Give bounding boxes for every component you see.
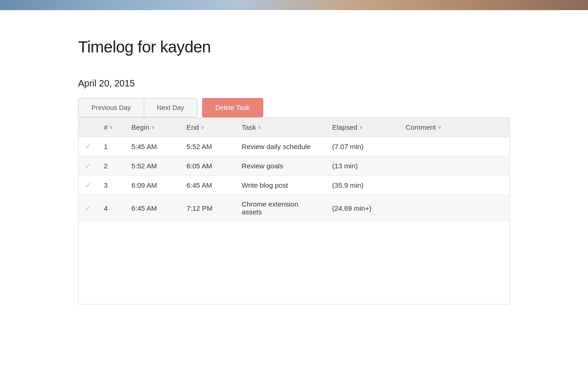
col-header-end[interactable]: End ∨ — [180, 118, 235, 137]
timelog-table: # ∨ Begin ∨ End ∨ — [79, 118, 509, 304]
row-checkbox[interactable]: ✓ — [79, 137, 97, 156]
row-elapsed: (35.9 min) — [326, 176, 399, 195]
row-end: 6:45 AM — [180, 176, 235, 195]
row-elapsed: (13 min) — [326, 156, 399, 176]
end-sort-icon: ∨ — [201, 124, 204, 130]
header-banner — [0, 0, 588, 10]
delete-task-button[interactable]: Delete Task — [202, 98, 263, 117]
next-day-button[interactable]: Next Day — [144, 98, 198, 117]
row-checkbox[interactable]: ✓ — [79, 176, 97, 195]
row-begin: 6:09 AM — [125, 176, 180, 195]
empty-row — [79, 221, 509, 304]
checkmark-icon: ✓ — [85, 143, 91, 150]
row-end: 5:52 AM — [180, 137, 235, 156]
row-task: Review goals — [235, 156, 326, 176]
page-content: Timelog for kayden April 20, 2015 Previo… — [41, 10, 547, 323]
row-comment — [399, 195, 509, 221]
previous-day-button[interactable]: Previous Day — [78, 98, 144, 117]
row-task: Write blog post — [235, 176, 326, 195]
row-elapsed: (24.69 min+) — [326, 195, 399, 221]
table-row[interactable]: ✓ 4 6:45 AM 7:12 PM Chrome extension ass… — [79, 195, 509, 221]
table-row[interactable]: ✓ 3 6:09 AM 6:45 AM Write blog post (35.… — [79, 176, 509, 195]
col-header-elapsed[interactable]: Elapsed ∨ — [326, 118, 399, 137]
row-elapsed: (7.07 min) — [326, 137, 399, 156]
begin-sort-icon: ∨ — [151, 124, 155, 130]
table-row[interactable]: ✓ 1 5:45 AM 5:52 AM Review daily schedul… — [79, 137, 509, 156]
row-begin: 5:45 AM — [125, 137, 180, 156]
row-checkbox[interactable]: ✓ — [79, 156, 97, 176]
col-header-num[interactable]: # ∨ — [97, 118, 125, 137]
page-title: Timelog for kayden — [78, 38, 510, 56]
checkmark-icon: ✓ — [85, 162, 91, 170]
row-end: 6:05 AM — [180, 156, 235, 176]
row-comment — [399, 156, 509, 176]
col-header-begin[interactable]: Begin ∨ — [125, 118, 180, 137]
comment-sort-icon: ∨ — [438, 124, 441, 130]
table-header-row: # ∨ Begin ∨ End ∨ — [79, 118, 509, 137]
row-num: 4 — [97, 195, 125, 221]
col-header-comment[interactable]: Comment ∨ — [399, 118, 509, 137]
col-header-task[interactable]: Task ∨ — [235, 118, 326, 137]
row-num: 3 — [97, 176, 125, 195]
row-comment — [399, 137, 509, 156]
button-bar: Previous Day Next Day Delete Task — [78, 98, 510, 117]
checkmark-icon: ✓ — [85, 181, 91, 189]
row-checkbox[interactable]: ✓ — [79, 195, 97, 221]
row-begin: 6:45 AM — [125, 195, 180, 221]
num-sort-icon: ∨ — [109, 124, 113, 130]
task-sort-icon: ∨ — [258, 124, 261, 130]
row-num: 1 — [97, 137, 125, 156]
col-header-check — [79, 118, 97, 137]
row-end: 7:12 PM — [180, 195, 235, 221]
checkmark-icon: ✓ — [85, 204, 91, 212]
elapsed-sort-icon: ∨ — [359, 124, 363, 130]
date-heading: April 20, 2015 — [78, 78, 510, 89]
row-task: Chrome extension assets — [235, 195, 326, 221]
timelog-table-container: # ∨ Begin ∨ End ∨ — [78, 117, 510, 305]
row-begin: 5:52 AM — [125, 156, 180, 176]
table-row[interactable]: ✓ 2 5:52 AM 6:05 AM Review goals (13 min… — [79, 156, 509, 176]
row-comment — [399, 176, 509, 195]
row-num: 2 — [97, 156, 125, 176]
row-task: Review daily schedule — [235, 137, 326, 156]
